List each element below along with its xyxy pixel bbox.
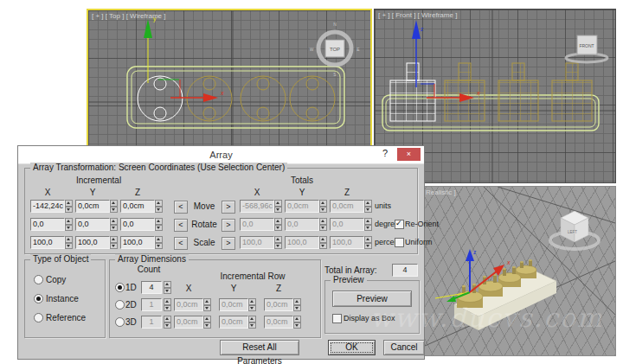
viewcube-front[interactable]: FRONT xyxy=(566,35,607,62)
rotate-tot-x-field[interactable]: 0,0 xyxy=(240,218,274,231)
rotate-inc-x-field[interactable]: 0,0 xyxy=(30,218,65,231)
2d-x-field[interactable]: 0,0cm xyxy=(174,298,203,311)
move-inc-y-field[interactable]: 0,0cm xyxy=(75,200,110,213)
dialog-titlebar[interactable]: Array xyxy=(18,146,424,164)
rotate-tot-x-spinner[interactable] xyxy=(274,218,282,231)
3d-label: 3D xyxy=(125,317,137,327)
array-dimensions-group: Array Dimensions Count Incremental Row X… xyxy=(109,259,321,338)
app-canvas: [ + ] [ Top ] [ Wireframe ] y xyxy=(0,0,623,364)
incremental-row-header: Incremental Row xyxy=(196,271,309,281)
move-tot-z-field[interactable]: 0,0cm xyxy=(330,200,364,213)
uniform-checkbox[interactable] xyxy=(395,238,404,247)
2d-count-spinner[interactable] xyxy=(164,298,171,311)
ok-button[interactable]: OK xyxy=(328,340,376,355)
move-inc-x-spinner[interactable] xyxy=(65,200,73,213)
move-inc-y-spinner[interactable] xyxy=(110,200,118,213)
scale-inc-x-field[interactable]: 100,0 xyxy=(30,236,65,249)
reset-all-parameters-button[interactable]: Reset All Parameters xyxy=(220,340,299,355)
2d-radio[interactable] xyxy=(115,300,125,310)
rotate-inc-z-spinner[interactable] xyxy=(155,218,163,231)
move-tot-x-field[interactable]: -568,96c xyxy=(240,200,274,213)
scale-inc-x-spinner[interactable] xyxy=(65,236,73,249)
array-dimensions-legend: Array Dimensions xyxy=(115,254,189,265)
move-tot-z-spinner[interactable] xyxy=(364,200,372,213)
viewcube-top[interactable]: TOP N S W E xyxy=(310,22,361,77)
move-tot-x-spinner[interactable] xyxy=(274,200,282,213)
viewport-front-label[interactable]: [ + ] [ Front ] [ Wireframe ] xyxy=(378,11,457,19)
move-left-arrow-button[interactable]: < xyxy=(174,201,188,214)
3d-count-spinner[interactable] xyxy=(164,316,171,329)
preview-group: Preview Preview Display as Box xyxy=(324,280,420,334)
axis-x-label-persp: x xyxy=(506,259,511,265)
cancel-button[interactable]: Cancel xyxy=(383,340,425,355)
move-inc-x-field[interactable]: -142,24c xyxy=(30,200,65,213)
1d-count-field[interactable]: 4 xyxy=(141,281,162,294)
viewport-top-label[interactable]: [ + ] [ Top ] [ Wireframe ] xyxy=(92,12,165,20)
3d-z-field[interactable]: 0,0cm xyxy=(264,316,293,329)
3d-y-spinner[interactable] xyxy=(248,316,256,329)
3d-z-spinner[interactable] xyxy=(293,316,301,329)
2d-z-field[interactable]: 0,0cm xyxy=(264,298,293,311)
rotate-inc-z-field[interactable]: 0,0 xyxy=(120,218,155,231)
1d-radio[interactable] xyxy=(115,283,125,292)
2d-y-field[interactable]: 0,0cm xyxy=(219,298,248,311)
rotate-tot-y-spinner[interactable] xyxy=(319,218,327,231)
copy-radio[interactable] xyxy=(34,275,43,284)
3d-y-field[interactable]: 0,0cm xyxy=(219,316,248,329)
viewport-perspective-label[interactable]: Realistic ] xyxy=(426,188,456,196)
1d-count-spinner[interactable] xyxy=(164,281,171,294)
2d-x-spinner[interactable] xyxy=(203,298,211,311)
compass-w: W xyxy=(310,47,314,52)
copy-label: Copy xyxy=(46,275,66,284)
close-button[interactable]: × xyxy=(397,148,421,161)
2d-y-spinner[interactable] xyxy=(248,298,256,311)
move-tot-y-field[interactable]: 0,0cm xyxy=(285,200,319,213)
viewcube-perspective[interactable]: LEFT xyxy=(550,211,599,249)
scale-inc-y-field[interactable]: 100,0 xyxy=(75,236,110,249)
scale-tot-z-field[interactable]: 100,0 xyxy=(330,236,364,249)
scale-tot-z-spinner[interactable] xyxy=(364,236,372,249)
move-inc-z-field[interactable]: 0,0cm xyxy=(120,200,155,213)
3d-radio[interactable] xyxy=(115,317,125,327)
scale-right-arrow-button[interactable]: > xyxy=(222,237,235,250)
reference-label: Reference xyxy=(46,313,86,322)
display-as-box-label: Display as Box xyxy=(344,314,395,322)
reference-radio[interactable] xyxy=(34,313,43,322)
rotate-left-arrow-button[interactable]: < xyxy=(174,219,188,232)
preview-button[interactable]: Preview xyxy=(332,291,412,307)
rotate-right-arrow-button[interactable]: > xyxy=(222,219,235,232)
help-button[interactable]: ? xyxy=(379,148,391,161)
rotate-inc-y-field[interactable]: 0,0 xyxy=(75,218,110,231)
selected-cylinder-frontview[interactable] xyxy=(390,63,435,121)
axis-x-label-front: x xyxy=(476,90,480,96)
selected-cylinder-topview[interactable] xyxy=(138,76,183,121)
scale-inc-y-spinner[interactable] xyxy=(110,236,118,249)
move-tot-y-spinner[interactable] xyxy=(319,200,327,213)
scale-inc-z-field[interactable]: 100,0 xyxy=(120,236,155,249)
3d-x-spinner[interactable] xyxy=(203,316,211,329)
svg-text:LEFT: LEFT xyxy=(568,230,577,234)
scale-inc-z-spinner[interactable] xyxy=(155,236,163,249)
rotate-inc-x-spinner[interactable] xyxy=(65,218,73,231)
rotate-tot-y-field[interactable]: 0,0 xyxy=(285,218,319,231)
scale-tot-y-field[interactable]: 100,0 xyxy=(285,236,319,249)
dim-col-z: Z xyxy=(264,284,293,293)
scale-left-arrow-button[interactable]: < xyxy=(174,237,188,250)
display-as-box-checkbox[interactable] xyxy=(332,314,342,323)
move-right-arrow-button[interactable]: > xyxy=(222,201,235,214)
scale-tot-x-field[interactable]: 100,0 xyxy=(240,236,274,249)
reorient-checkbox[interactable] xyxy=(395,220,404,229)
incremental-header: Incremental xyxy=(51,176,146,185)
scale-tot-x-spinner[interactable] xyxy=(274,236,282,249)
3d-count-field[interactable]: 1 xyxy=(141,316,162,329)
rotate-tot-z-field[interactable]: 0,0 xyxy=(330,218,364,231)
cylinder-frontviews[interactable] xyxy=(445,63,592,121)
2d-count-field[interactable]: 1 xyxy=(141,298,162,311)
rotate-inc-y-spinner[interactable] xyxy=(110,218,118,231)
2d-z-spinner[interactable] xyxy=(293,298,301,311)
move-inc-z-spinner[interactable] xyxy=(155,200,163,213)
rotate-tot-z-spinner[interactable] xyxy=(364,218,372,231)
instance-radio[interactable] xyxy=(34,294,43,303)
3d-x-field[interactable]: 0,0cm xyxy=(174,316,203,329)
scale-tot-y-spinner[interactable] xyxy=(319,236,327,249)
